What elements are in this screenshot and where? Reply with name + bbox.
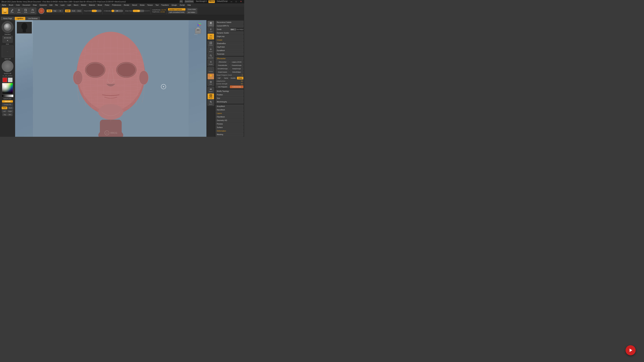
move-button[interactable]: Move: [16, 7, 22, 14]
masking-button[interactable]: Masking: [216, 133, 244, 136]
adapt-button[interactable]: Adapt: [237, 77, 244, 80]
menu-layer[interactable]: Layer: [59, 4, 66, 6]
menu-light[interactable]: Light: [66, 4, 72, 6]
split-unmasked-button[interactable]: Split Unmasked Points: [168, 11, 186, 13]
menu-alpha[interactable]: Alpha: [1, 4, 8, 6]
tab-live-boolean[interactable]: Live Boolean: [26, 17, 40, 20]
freeze-border-button[interactable]: FreezeBorder: [216, 64, 230, 67]
menu-edit[interactable]: Edit: [48, 4, 54, 6]
double-button[interactable]: Double: [230, 77, 236, 80]
dynamic-button[interactable]: Dynamic: [208, 73, 214, 79]
menu-draw[interactable]: Draw: [32, 4, 38, 6]
menus-btn[interactable]: Menus: [208, 0, 215, 3]
dyna-mesh-button[interactable]: DynaMesh: [216, 49, 244, 52]
crease-button[interactable]: Crease: [216, 38, 244, 41]
divide-button[interactable]: Divide: [216, 28, 230, 31]
rotate-button[interactable]: Rotate: [29, 7, 36, 14]
suv-button[interactable]: Suv: [236, 29, 239, 30]
alpha-preview[interactable]: —: [2, 45, 14, 57]
focal-shift-track[interactable]: 0: [92, 10, 102, 12]
solo-button[interactable]: Solo: [208, 80, 214, 86]
rgb-button[interactable]: Rgb: [52, 9, 58, 12]
menu-help[interactable]: Help: [186, 4, 192, 6]
relyv-button[interactable]: RelyV: [240, 29, 244, 30]
mrgb-button[interactable]: Mrgb: [46, 9, 52, 12]
del-hidden-button[interactable]: Del Hidden: [186, 11, 197, 14]
xyz-button[interactable]: XYZ Qxyz: [208, 33, 214, 39]
convert-bpr-button[interactable]: Convert BPR To: [216, 24, 244, 27]
background-color[interactable]: [8, 78, 12, 82]
left-view-button[interactable]: Left: [2, 110, 7, 113]
keep-creases-button[interactable]: KeepCreases: [216, 70, 230, 73]
transp-button[interactable]: Transp: [208, 67, 214, 73]
alternate-button[interactable]: Alternate: [2, 100, 13, 103]
default-zscript-btn[interactable]: DefaultZScript: [216, 0, 228, 3]
visibility-button[interactable]: Visibility: [216, 136, 244, 137]
use-polypaint-button[interactable]: Use Polypaint: [216, 85, 230, 88]
draw-button[interactable]: Draw: [9, 7, 16, 14]
right-view-button[interactable]: Right: [7, 110, 13, 113]
close-btn[interactable]: ✕: [239, 0, 243, 3]
half-button[interactable]: Half: [216, 77, 222, 80]
menu-tool[interactable]: Tool: [154, 4, 160, 6]
mesh-integrity-button[interactable]: MeshIntegrity: [216, 100, 244, 103]
menu-dynamics[interactable]: Dynamics: [38, 4, 48, 6]
see-through-btn[interactable]: See-through 0: [195, 0, 207, 3]
scale-button[interactable]: Scale: [22, 7, 29, 14]
array-mesh-button[interactable]: ArrayMesh: [216, 105, 244, 108]
size-button[interactable]: Size: [216, 97, 244, 100]
foreground-color[interactable]: [2, 78, 7, 82]
ac-btn[interactable]: AC: [180, 0, 183, 3]
tab-home-page[interactable]: Home Page: [1, 17, 14, 20]
canvas-area[interactable]: Persp RR RRCG: [15, 20, 206, 137]
back-button[interactable]: Back: [8, 107, 13, 109]
edit-button[interactable]: Edit: [2, 7, 8, 14]
smt-input[interactable]: [230, 28, 236, 31]
smooth-groups-button[interactable]: SmoothGroups: [216, 67, 230, 70]
z-intensity-track[interactable]: 25: [111, 10, 123, 12]
menu-macro[interactable]: Macro: [72, 4, 80, 6]
menu-stencil[interactable]: Stencil: [131, 4, 138, 6]
edge-loop-button[interactable]: EdgeLoop: [216, 35, 244, 38]
nav-cube[interactable]: Persp: [191, 22, 205, 35]
menu-render[interactable]: Render: [122, 4, 130, 6]
polyf-button[interactable]: PolyF: [208, 93, 214, 99]
menu-zplugin[interactable]: Zplugin: [170, 4, 178, 6]
adaptive-size-row[interactable]: AdaptiveSize 50: [216, 80, 244, 82]
target-poly-row[interactable]: Target Polygons Count 5: [216, 74, 244, 76]
close-holes-button[interactable]: Close Holes: [186, 8, 197, 11]
menu-brush[interactable]: Brush: [8, 4, 14, 6]
color-sphere[interactable]: [38, 8, 44, 14]
zremesher-button[interactable]: ZRemesher: [216, 60, 230, 63]
reconstruct-subdiv-button[interactable]: Reconstruct Subdiv: [216, 21, 244, 24]
brush-preview[interactable]: [2, 21, 14, 33]
maximize-btn[interactable]: □: [234, 0, 238, 3]
color-density-button[interactable]: ColorDensity: [230, 85, 244, 88]
texture-preview[interactable]: [2, 60, 14, 72]
zoom-button[interactable]: Zoom: [208, 100, 214, 106]
tessimate-button[interactable]: Tessimate: [216, 52, 244, 56]
zcus-button[interactable]: Zcus: [76, 9, 82, 12]
menu-document[interactable]: Document: [22, 4, 32, 6]
btm-view-button[interactable]: Btm: [8, 113, 12, 116]
layers-button[interactable]: Layers: [216, 112, 244, 115]
zoom3d-button[interactable]: Zoom3D: [208, 53, 214, 59]
shadow-box-button[interactable]: ShadowBox: [216, 42, 244, 45]
detect-edges-button[interactable]: DetectEdges: [230, 70, 244, 73]
menu-material[interactable]: Material: [88, 4, 96, 6]
legacy-button[interactable]: Legacy (2018): [230, 60, 244, 63]
lsym-button[interactable]: L Sym: [208, 27, 214, 33]
quicksave-btn[interactable]: QuickSave: [184, 0, 194, 3]
nano-mesh-button[interactable]: NanoMesh: [216, 108, 244, 111]
menu-stroke[interactable]: Stroke: [138, 4, 146, 6]
crease-pg-button[interactable]: Crease PG: [2, 103, 13, 106]
surface-button[interactable]: Surface: [216, 126, 244, 129]
freeze-groups-button[interactable]: FreezeGroups: [230, 64, 244, 67]
tab-lightbox[interactable]: LightBox: [14, 17, 26, 20]
same-button[interactable]: Same: [223, 77, 230, 80]
m-button[interactable]: M: [58, 9, 63, 12]
minimize-btn[interactable]: ─: [230, 0, 233, 3]
menu-movie[interactable]: Movie: [96, 4, 103, 6]
dynamic-subdiv-button[interactable]: Dynamic Subdiv: [216, 31, 244, 34]
top-view-button[interactable]: Top: [2, 113, 7, 116]
